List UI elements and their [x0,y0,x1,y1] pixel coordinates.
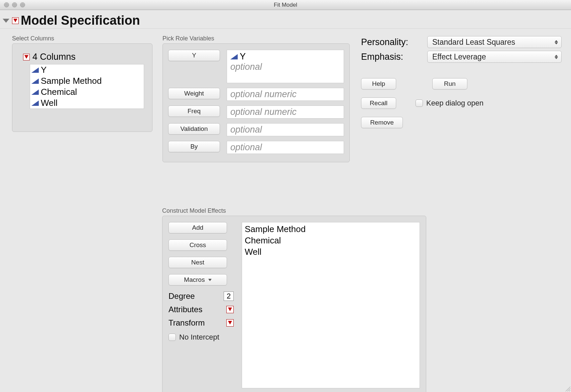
personality-value: Standard Least Squares [432,38,515,47]
continuous-icon [31,89,39,95]
degree-input[interactable]: 2 [224,291,234,301]
construct-model-effects-label: Construct Model Effects [162,207,426,214]
attributes-red-triangle-menu-icon[interactable] [226,306,234,313]
column-name: Sample Method [41,76,102,86]
chevron-down-icon [208,279,212,281]
window-title: Fit Model [0,2,571,8]
add-button[interactable]: Add [168,222,227,233]
section-header: Model Specification [0,10,571,29]
column-list[interactable]: Y Sample Method Chemical Well [30,64,144,109]
model-effect-item[interactable]: Well [245,246,417,258]
continuous-icon [31,78,39,84]
minimize-window-button[interactable] [12,2,17,7]
effects-buttons-column: Add Cross Nest Macros Degree 2 Attribute… [168,222,234,388]
continuous-icon [230,54,238,59]
recall-row: Recall Keep dialog open [361,97,562,109]
personality-select[interactable]: Standard Least Squares [427,36,562,48]
freq-role-field[interactable]: optional numeric [227,106,344,119]
no-intercept-row: No Intercept [168,333,234,342]
red-triangle-menu-icon[interactable] [12,17,19,24]
role-row-freq: Freq optional numeric [168,106,344,119]
role-row-by: By optional [168,141,344,154]
degree-label: Degree [168,291,195,301]
cross-button[interactable]: Cross [168,239,227,251]
column-name: Y [41,65,46,75]
validation-role-button[interactable]: Validation [168,123,220,135]
continuous-icon [31,67,39,73]
validation-placeholder: optional [230,125,340,135]
y-placeholder: optional [230,62,340,72]
transform-red-triangle-menu-icon[interactable] [226,319,234,327]
role-row-y: Y Y optional [168,50,344,83]
freq-role-button[interactable]: Freq [168,106,220,117]
svg-marker-2 [31,67,39,73]
keep-dialog-open-label: Keep dialog open [426,99,483,108]
titlebar: Fit Model [0,0,571,10]
remove-button[interactable]: Remove [361,117,403,128]
page-title: Model Specification [21,13,140,28]
column-list-item[interactable]: Chemical [30,86,144,97]
personality-label: Personality: [361,37,421,47]
columns-red-triangle-menu-icon[interactable] [23,54,30,60]
weight-role-field[interactable]: optional numeric [227,88,344,101]
svg-line-11 [569,390,570,391]
by-role-field[interactable]: optional [227,141,344,154]
emphasis-row: Emphasis: Effect Leverage [361,51,562,63]
degree-row: Degree 2 [168,291,234,301]
keep-dialog-open-checkbox[interactable] [416,100,423,107]
y-role-button[interactable]: Y [168,50,220,61]
columns-count-label: 4 Columns [32,52,76,62]
construct-model-effects-box: Add Cross Nest Macros Degree 2 Attribute… [162,216,426,392]
attributes-label: Attributes [168,305,202,314]
continuous-icon [31,101,39,106]
role-row-weight: Weight optional numeric [168,88,344,101]
svg-marker-1 [24,55,28,59]
run-button[interactable]: Run [432,78,467,89]
column-name: Well [41,98,58,108]
weight-role-button[interactable]: Weight [168,88,220,99]
personality-row: Personality: Standard Least Squares [361,36,562,48]
weight-placeholder: optional numeric [230,89,340,100]
transform-row: Transform [168,318,234,328]
transform-label: Transform [168,318,205,328]
column-list-item[interactable]: Y [30,64,144,75]
no-intercept-checkbox[interactable] [168,334,176,341]
disclosure-triangle-icon[interactable] [3,19,9,23]
help-button[interactable]: Help [361,78,396,89]
window-controls [0,2,25,7]
by-placeholder: optional [230,142,340,153]
by-role-button[interactable]: By [168,141,220,152]
freq-placeholder: optional numeric [230,107,340,117]
no-intercept-label: No Intercept [179,333,219,342]
resize-grip-icon[interactable] [564,385,570,391]
zoom-window-button[interactable] [20,2,25,7]
svg-marker-7 [228,308,232,311]
model-effects-list[interactable]: Sample Method Chemical Well [242,222,420,388]
y-role-field[interactable]: Y optional [227,50,344,83]
columns-count-row: 4 Columns [23,52,145,62]
svg-marker-0 [13,19,17,22]
select-columns-label: Select Columns [12,35,152,42]
right-controls-panel: Personality: Standard Least Squares Emph… [361,36,562,128]
svg-marker-4 [31,89,39,95]
model-effect-item[interactable]: Chemical [245,235,417,246]
nest-button[interactable]: Nest [168,257,227,268]
column-list-item[interactable]: Well [30,97,144,109]
recall-button[interactable]: Recall [361,97,396,109]
column-list-item[interactable]: Sample Method [30,75,144,86]
y-assigned-item[interactable]: Y [230,51,340,62]
macros-button[interactable]: Macros [168,274,227,285]
column-name: Chemical [41,87,77,97]
emphasis-select[interactable]: Effect Leverage [427,51,562,63]
svg-marker-5 [31,101,39,106]
role-row-validation: Validation optional [168,123,344,136]
pick-role-variables-label: Pick Role Variables [162,35,350,42]
select-columns-panel: Select Columns 4 Columns Y Sample Method… [12,35,152,132]
emphasis-value: Effect Leverage [432,52,486,61]
close-window-button[interactable] [4,2,9,7]
svg-marker-8 [228,321,232,325]
attributes-row: Attributes [168,305,234,314]
model-effect-item[interactable]: Sample Method [245,224,417,235]
validation-role-field[interactable]: optional [227,123,344,136]
effects-layout: Add Cross Nest Macros Degree 2 Attribute… [168,222,420,388]
